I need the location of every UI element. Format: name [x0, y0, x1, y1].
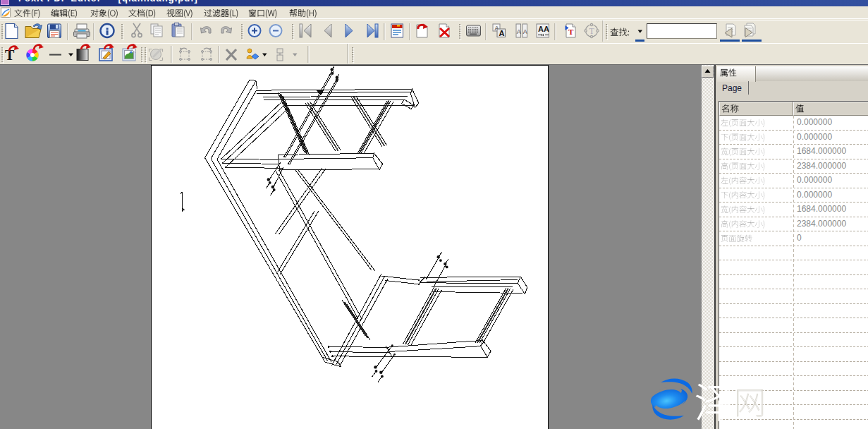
svg-text:T: T [589, 26, 595, 36]
svg-text:T: T [568, 28, 574, 36]
svg-text:A: A [523, 28, 527, 35]
svg-text:A: A [499, 29, 505, 37]
svg-text:AA: AA [538, 25, 549, 33]
svg-text:A: A [517, 28, 521, 35]
